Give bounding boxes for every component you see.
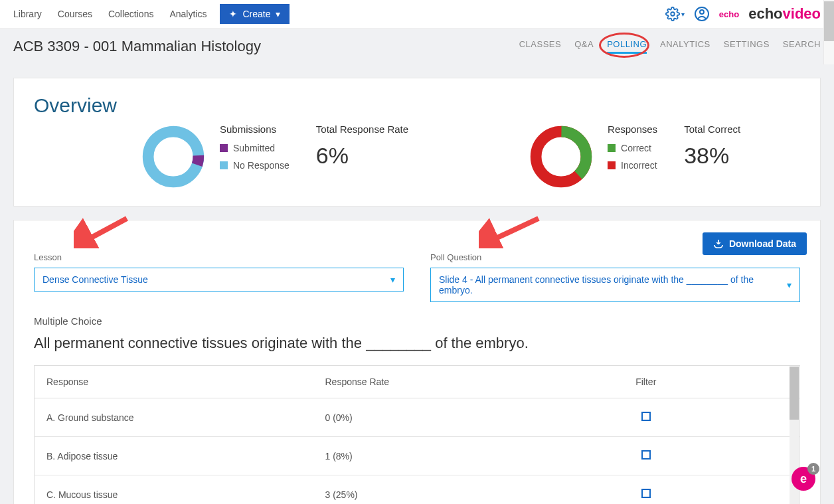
tab-settings[interactable]: SETTINGS (724, 39, 770, 54)
overview-panel: Overview Submissions Submitted No Respon… (13, 78, 821, 207)
nav-library[interactable]: Library (13, 9, 42, 19)
svg-line-10 (489, 218, 539, 242)
poll-question-select-value: Slide 4 - All permanent connective tissu… (439, 274, 787, 295)
download-data-button[interactable]: Download Data (703, 232, 807, 255)
annotation-arrow-lesson (74, 215, 133, 248)
submissions-label: Submissions (220, 124, 290, 135)
course-title: ACB 3309 - 001 Mammalian Histology (13, 38, 261, 55)
account-icon[interactable] (694, 6, 710, 22)
scrollbar-thumb[interactable] (824, 1, 834, 41)
brand-logo: echovideo (748, 5, 821, 23)
sub-header: ACB 3309 - 001 Mammalian Histology CLASS… (0, 29, 834, 64)
col-filter: Filter (493, 366, 800, 398)
help-widget-count: 1 (807, 463, 819, 475)
lesson-filter-label: Lesson (34, 252, 404, 262)
total-correct-label: Total Correct (684, 124, 740, 135)
responses-table: Response Response Rate Filter A. Ground … (34, 365, 800, 504)
scrollbar-thumb[interactable] (790, 367, 799, 420)
chevron-down-icon: ▾ (787, 280, 792, 290)
tab-search[interactable]: SEARCH (783, 39, 821, 54)
col-response: Response (35, 366, 313, 398)
svg-point-0 (671, 12, 675, 16)
tab-polling[interactable]: POLLING (607, 39, 647, 54)
rate-cell: 3 (25%) (313, 475, 493, 505)
rate-cell: 1 (8%) (313, 437, 493, 475)
total-correct-value: 38% (684, 143, 740, 169)
svg-line-8 (84, 218, 127, 242)
tab-analytics[interactable]: ANALYTICS (660, 39, 710, 54)
help-widget[interactable]: e 1 (792, 467, 815, 491)
wand-icon: ✦ (229, 9, 237, 19)
svg-point-6 (536, 131, 586, 182)
response-rate-value: 6% (316, 143, 408, 169)
table-row: C. Mucous tissue3 (25%) (35, 475, 800, 505)
filter-cell (493, 475, 800, 505)
tab-qa[interactable]: Q&A (574, 39, 594, 54)
submissions-donut-chart (140, 124, 207, 190)
responses-label: Responses (608, 124, 657, 135)
filter-checkbox[interactable] (641, 489, 651, 498)
col-rate: Response Rate (313, 366, 493, 398)
legend-submitted: Submitted (220, 143, 290, 153)
nav-courses[interactable]: Courses (58, 9, 92, 19)
svg-point-2 (700, 10, 704, 14)
question-type: Multiple Choice (34, 315, 800, 327)
nav-collections[interactable]: Collections (108, 9, 153, 19)
legend-correct: Correct (608, 143, 657, 153)
overview-title: Overview (34, 94, 800, 117)
nav-analytics[interactable]: Analytics (169, 9, 207, 19)
download-icon (713, 238, 724, 249)
poll-question-select[interactable]: Slide 4 - All permanent connective tissu… (430, 268, 800, 302)
table-row: A. Ground substance0 (0%) (35, 398, 800, 437)
rate-cell: 0 (0%) (313, 398, 493, 437)
top-nav: Library Courses Collections Analytics ✦ … (0, 0, 834, 29)
table-row: B. Adipose tissue1 (8%) (35, 437, 800, 475)
legend-no-response: No Response (220, 160, 290, 171)
settings-icon[interactable]: ▾ (665, 7, 685, 21)
filter-checkbox[interactable] (641, 450, 651, 460)
chevron-down-icon: ▾ (390, 274, 395, 285)
detail-panel: Download Data Lesson Dense Connective Ti… (13, 220, 821, 504)
create-label: Create (242, 9, 270, 19)
response-cell: C. Mucous tissue (35, 475, 313, 505)
filter-checkbox[interactable] (641, 412, 651, 421)
create-button[interactable]: ✦ Create ▾ (220, 4, 290, 24)
responses-donut-chart (528, 124, 594, 190)
filter-cell (493, 437, 800, 475)
brand-small-logo: echo (719, 9, 739, 19)
help-widget-letter: e (800, 472, 807, 486)
lesson-select[interactable]: Dense Connective Tissue ▾ (34, 268, 404, 292)
download-label: Download Data (729, 238, 796, 249)
response-cell: A. Ground substance (35, 398, 313, 437)
legend-incorrect: Incorrect (608, 160, 657, 171)
response-rate-label: Total Response Rate (316, 124, 408, 135)
filter-cell (493, 398, 800, 437)
response-cell: B. Adipose tissue (35, 437, 313, 475)
chevron-down-icon: ▾ (276, 9, 280, 19)
question-text: All permanent connective tissues origina… (34, 335, 800, 352)
annotation-arrow-question (479, 215, 545, 248)
tab-classes[interactable]: CLASSES (519, 39, 561, 54)
lesson-select-value: Dense Connective Tissue (42, 274, 148, 285)
